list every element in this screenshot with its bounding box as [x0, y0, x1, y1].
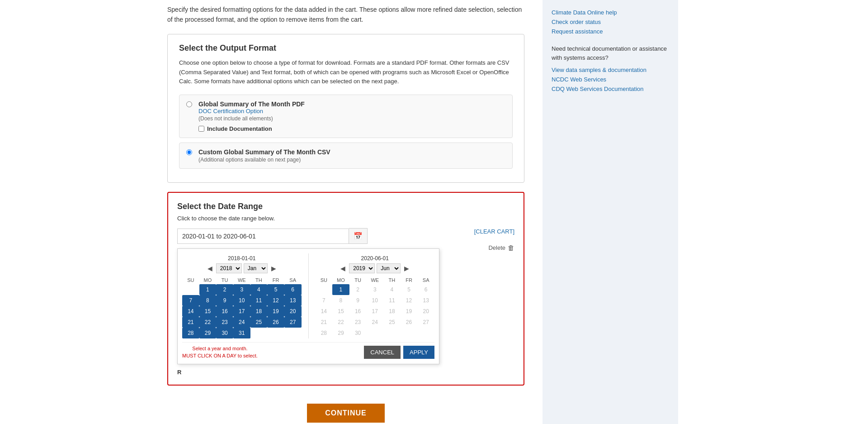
- clear-cart-link[interactable]: [CLEAR CART]: [474, 228, 514, 235]
- delete-label[interactable]: Delete: [488, 244, 505, 251]
- table-row[interactable]: 2: [216, 284, 233, 295]
- sidebar-tech-note: Need technical documentation or assistan…: [552, 44, 669, 62]
- table-row[interactable]: 9: [349, 295, 367, 306]
- cal-right-prev-btn[interactable]: ◀: [339, 264, 347, 273]
- table-row[interactable]: 13: [284, 295, 302, 306]
- sidebar: Climate Data Online help Check order sta…: [542, 0, 678, 424]
- table-row[interactable]: 15: [199, 306, 217, 317]
- table-row[interactable]: 18: [250, 306, 268, 317]
- table-row[interactable]: 14: [316, 306, 333, 317]
- table-row[interactable]: 28: [182, 328, 199, 338]
- table-row[interactable]: 5: [267, 284, 284, 295]
- table-row[interactable]: 20: [417, 306, 434, 317]
- table-row[interactable]: 1: [199, 284, 217, 295]
- cal-right-next-btn[interactable]: ▶: [402, 264, 411, 273]
- table-row[interactable]: 15: [332, 306, 349, 317]
- intro-text: Specify the desired formatting options f…: [167, 5, 524, 25]
- table-row[interactable]: 21: [316, 317, 333, 328]
- cal-left-next-btn[interactable]: ▶: [269, 264, 278, 273]
- format-option-pdf[interactable]: Global Summary of The Month PDF DOC Cert…: [179, 95, 513, 138]
- table-row[interactable]: 6: [417, 284, 434, 295]
- cal-divider: [308, 253, 309, 338]
- table-row[interactable]: 22: [199, 317, 217, 328]
- table-row[interactable]: 25: [250, 317, 268, 328]
- table-row[interactable]: 10: [233, 295, 250, 306]
- cal-left-year-select[interactable]: 2018 2019 2020: [216, 263, 242, 273]
- sidebar-link-request-assist[interactable]: Request assistance: [552, 28, 669, 35]
- table-row[interactable]: 17: [233, 306, 250, 317]
- output-format-title: Select the Output Format: [179, 43, 513, 53]
- cal-right-year-select[interactable]: 2019 2020 2021: [349, 263, 375, 273]
- table-row[interactable]: 16: [349, 306, 367, 317]
- table-row[interactable]: 31: [233, 328, 250, 338]
- table-row[interactable]: 14: [182, 306, 199, 317]
- table-row[interactable]: 28: [316, 328, 333, 338]
- cal-left-month-select[interactable]: JanFebMar AprMayJun JulAugSep OctNovDec: [244, 263, 268, 273]
- date-range-input[interactable]: [177, 229, 349, 244]
- table-row[interactable]: 7: [316, 295, 333, 306]
- table-row[interactable]: 3: [233, 284, 250, 295]
- table-row[interactable]: 30: [349, 328, 367, 338]
- table-row[interactable]: 23: [216, 317, 233, 328]
- table-row[interactable]: 8: [199, 295, 217, 306]
- table-row[interactable]: 24: [366, 317, 383, 328]
- cal-right-header-tu: TU: [349, 276, 367, 284]
- table-row[interactable]: 2: [349, 284, 367, 295]
- format-option-csv[interactable]: Custom Global Summary of The Month CSV (…: [179, 143, 513, 169]
- format-csv-subtitle: (Additional options available on next pa…: [198, 157, 505, 163]
- table-row[interactable]: 4: [250, 284, 268, 295]
- table-row[interactable]: 9: [216, 295, 233, 306]
- table-row[interactable]: 13: [417, 295, 434, 306]
- cal-right-label: 2020-06-01: [316, 253, 435, 263]
- table-row[interactable]: 25: [383, 317, 401, 328]
- cal-cancel-btn[interactable]: CANCEL: [364, 346, 401, 359]
- include-doc-label[interactable]: Include Documentation: [198, 125, 505, 132]
- cal-header-we: WE: [233, 276, 250, 284]
- table-row[interactable]: 19: [401, 306, 418, 317]
- delete-icon[interactable]: 🗑: [508, 244, 514, 252]
- sidebar-link-cdq[interactable]: CDQ Web Services Documentation: [552, 86, 669, 92]
- table-row[interactable]: 12: [267, 295, 284, 306]
- sidebar-link-order-status[interactable]: Check order status: [552, 19, 669, 25]
- format-radio-csv[interactable]: [186, 149, 192, 155]
- table-row[interactable]: 23: [349, 317, 367, 328]
- table-row[interactable]: 11: [250, 295, 268, 306]
- doc-cert-link[interactable]: DOC Certification Option: [198, 108, 505, 114]
- table-row[interactable]: 4: [383, 284, 401, 295]
- table-row[interactable]: 11: [383, 295, 401, 306]
- cal-apply-btn[interactable]: APPLY: [403, 346, 434, 359]
- table-row[interactable]: 18: [383, 306, 401, 317]
- table-row[interactable]: 16: [216, 306, 233, 317]
- table-row[interactable]: 24: [233, 317, 250, 328]
- table-row[interactable]: 7: [182, 295, 199, 306]
- sidebar-link-ncdc[interactable]: NCDC Web Services: [552, 76, 669, 83]
- table-row[interactable]: 30: [216, 328, 233, 338]
- table-row[interactable]: 5: [401, 284, 418, 295]
- table-row[interactable]: 19: [267, 306, 284, 317]
- continue-button[interactable]: CONTINUE: [307, 404, 385, 423]
- table-row[interactable]: 27: [417, 317, 434, 328]
- table-row[interactable]: 27: [284, 317, 302, 328]
- sidebar-link-data-samples[interactable]: View data samples & documentation: [552, 67, 669, 73]
- table-row[interactable]: 6: [284, 284, 302, 295]
- format-radio-pdf[interactable]: [186, 101, 192, 107]
- table-row[interactable]: 21: [182, 317, 199, 328]
- table-row[interactable]: 29: [199, 328, 217, 338]
- include-doc-checkbox[interactable]: [198, 126, 204, 132]
- table-row[interactable]: 10: [366, 295, 383, 306]
- table-row[interactable]: 22: [332, 317, 349, 328]
- table-row[interactable]: 3: [366, 284, 383, 295]
- output-format-section: Select the Output Format Choose one opti…: [167, 34, 524, 183]
- sidebar-link-cdo-help[interactable]: Climate Data Online help: [552, 9, 669, 16]
- cal-right-month-select[interactable]: JanFebMar AprMay Jun JulAugSep OctNovDec: [377, 263, 401, 273]
- table-row[interactable]: 20: [284, 306, 302, 317]
- table-row[interactable]: 17: [366, 306, 383, 317]
- calendar-icon-btn[interactable]: 📅: [349, 228, 368, 244]
- table-row[interactable]: 26: [267, 317, 284, 328]
- table-row[interactable]: 1: [332, 284, 349, 295]
- table-row[interactable]: 29: [332, 328, 349, 338]
- table-row[interactable]: 26: [401, 317, 418, 328]
- table-row[interactable]: 12: [401, 295, 418, 306]
- table-row[interactable]: 8: [332, 295, 349, 306]
- cal-left-prev-btn[interactable]: ◀: [206, 264, 214, 273]
